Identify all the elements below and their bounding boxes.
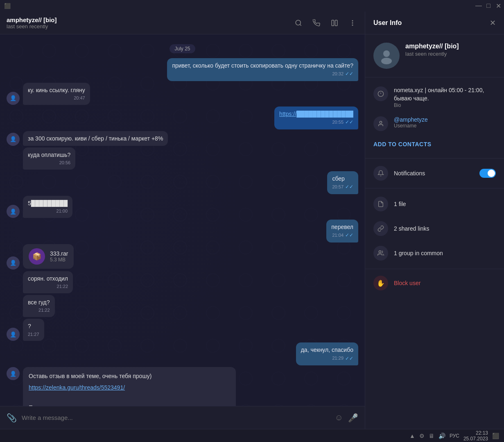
- message-row: сорян. отходил 21:22: [7, 271, 358, 293]
- panel-header: User Info ✕: [365, 11, 504, 34]
- files-label: 1 file: [394, 201, 406, 207]
- message-time: 21:27: [28, 331, 39, 338]
- message-row: да, чекнул, спасибо 21:29 ✓✓: [7, 342, 358, 365]
- add-to-contacts-button[interactable]: ADD TO CONTACTS: [373, 139, 432, 149]
- avatar: 👤: [7, 367, 20, 380]
- date-badge: July 25: [170, 44, 195, 53]
- more-options-icon[interactable]: [347, 17, 358, 29]
- username-icon: [373, 116, 388, 131]
- chat-name: amphetyze// [bio]: [7, 16, 288, 23]
- username-text: @amphetyze: [394, 116, 428, 123]
- profile-status: last seen recently: [405, 51, 459, 57]
- svg-point-4: [352, 20, 353, 21]
- minimize-button[interactable]: —: [476, 3, 481, 8]
- svg-point-13: [379, 251, 381, 253]
- message-meta: 20:57 ✓✓: [332, 184, 353, 190]
- message-bubble: https://██████████████ 20:55 ✓✓: [274, 107, 358, 129]
- file-shared-icon: [373, 197, 388, 211]
- notifications-toggle[interactable]: [479, 169, 496, 178]
- long-message: Оставь отзыв в моей теме, очень тебя про…: [23, 367, 236, 406]
- taskbar-icon-2: ⚙: [419, 433, 425, 439]
- taskbar-icon-3: 🖥: [429, 433, 434, 439]
- notifications-row: Notifications: [373, 162, 496, 185]
- emoji-icon[interactable]: ☺: [335, 413, 343, 422]
- notifications-label: Notifications: [394, 170, 425, 177]
- message-time: 20:32: [332, 71, 344, 77]
- columns-icon[interactable]: [329, 17, 340, 29]
- svg-line-1: [300, 24, 301, 25]
- chat-header-info: amphetyze// [bio] last seen recently: [7, 16, 288, 29]
- svg-point-7: [383, 50, 390, 57]
- attach-icon[interactable]: 📎: [7, 413, 17, 423]
- read-check: ✓✓: [345, 232, 353, 239]
- message-meta: 21:22: [28, 283, 68, 290]
- bio-label: Bio: [394, 102, 496, 108]
- voice-icon[interactable]: 🎤: [348, 413, 358, 423]
- message-time: 21:22: [57, 283, 68, 290]
- input-bar: 📎 ☺ 🎤: [0, 406, 365, 429]
- message-meta: 21:29 ✓✓: [301, 355, 353, 362]
- maximize-button[interactable]: □: [486, 3, 491, 8]
- svg-point-5: [352, 22, 353, 23]
- avatar: 👤: [7, 205, 20, 218]
- message-row: привет, сколько будет стоить скопировать…: [7, 58, 358, 81]
- message-bubble: все гуд? 21:22: [23, 295, 55, 317]
- panel-close-button[interactable]: ✕: [490, 18, 496, 27]
- file-icon: 📦: [29, 248, 45, 265]
- message-bubble: за 300 скопирую. киви / сбер / тинька / …: [23, 131, 168, 146]
- close-button[interactable]: ✕: [496, 3, 501, 8]
- files-row[interactable]: 1 file: [373, 192, 496, 216]
- message-time: 20:47: [74, 95, 85, 102]
- chat-header: amphetyze// [bio] last seen recently: [0, 11, 365, 34]
- call-icon[interactable]: [311, 17, 322, 29]
- message-meta: 21:27: [28, 331, 39, 338]
- taskbar: ▲ ⚙ 🖥 🔊 РУС 22:13 25.07.2023 ⬛: [0, 429, 504, 442]
- avatar: 👤: [7, 328, 20, 341]
- message-row: 👤 ? 21:27: [7, 319, 358, 341]
- read-check: ✓✓: [345, 70, 353, 77]
- messages-area[interactable]: July 25 привет, сколько будет стоить ско…: [0, 34, 365, 406]
- bio-text: nometa.xyz | онлайн 05:00 - 21:00, бываю…: [394, 86, 496, 102]
- message-time: 21:22: [38, 307, 50, 314]
- bio-section: nometa.xyz | онлайн 05:00 - 21:00, бываю…: [365, 77, 504, 159]
- link-shared-icon: [373, 221, 388, 236]
- groups-row[interactable]: 1 group in common: [373, 241, 496, 265]
- long-msg-text2: Прикрепи следующие скрины:: [29, 403, 230, 406]
- message-time: 20:56: [59, 160, 71, 166]
- avatar: 👤: [7, 256, 20, 270]
- message-meta: 20:32 ✓✓: [172, 70, 353, 77]
- username-label: Username: [394, 123, 428, 129]
- message-input[interactable]: [22, 414, 330, 421]
- file-name: 333.rar: [50, 250, 68, 257]
- long-msg-link[interactable]: https://zelenka.guru/threads/5523491/: [29, 384, 125, 391]
- svg-point-12: [380, 121, 382, 123]
- long-msg-text1: Оставь отзыв в моей теме, очень тебя про…: [29, 372, 230, 381]
- message-text: все гуд?: [28, 299, 50, 306]
- message-time: 21:00: [57, 208, 68, 215]
- chat-container: amphetyze// [bio] last seen recently: [0, 11, 365, 429]
- file-size: 5.3 MB: [50, 257, 68, 263]
- taskbar-icon-5: ⬛: [492, 433, 499, 439]
- read-check: ✓✓: [345, 119, 353, 126]
- message-bubble: привет, сколько будет стоить скопировать…: [167, 58, 358, 81]
- username-content: @amphetyze Username: [394, 116, 428, 129]
- shared-links-row[interactable]: 2 shared links: [373, 216, 496, 241]
- window-controls: — □ ✕: [476, 3, 501, 8]
- search-icon[interactable]: [293, 17, 304, 29]
- groups-label: 1 group in common: [394, 250, 443, 256]
- chat-header-actions: [293, 17, 358, 29]
- user-info-panel: User Info ✕ amphetyze// [bio] last seen …: [365, 11, 504, 429]
- svg-point-6: [352, 24, 353, 25]
- message-time: 21:29: [332, 355, 344, 362]
- block-user-row[interactable]: ✋ Block user: [373, 276, 496, 290]
- profile-name: amphetyze// [bio]: [405, 43, 459, 50]
- svg-rect-3: [335, 20, 337, 26]
- message-row: 👤 5█████████ 21:00: [7, 196, 358, 218]
- file-bubble[interactable]: 📦 333.rar 5.3 MB: [23, 244, 74, 269]
- message-text: куда оплатишь?: [28, 152, 70, 158]
- message-link[interactable]: https://██████████████: [279, 111, 353, 117]
- taskbar-icon-1: ▲: [409, 433, 415, 439]
- read-check: ✓✓: [345, 184, 353, 190]
- date-divider: July 25: [7, 44, 358, 53]
- message-text: за 300 скопирую. киви / сбер / тинька / …: [28, 135, 163, 142]
